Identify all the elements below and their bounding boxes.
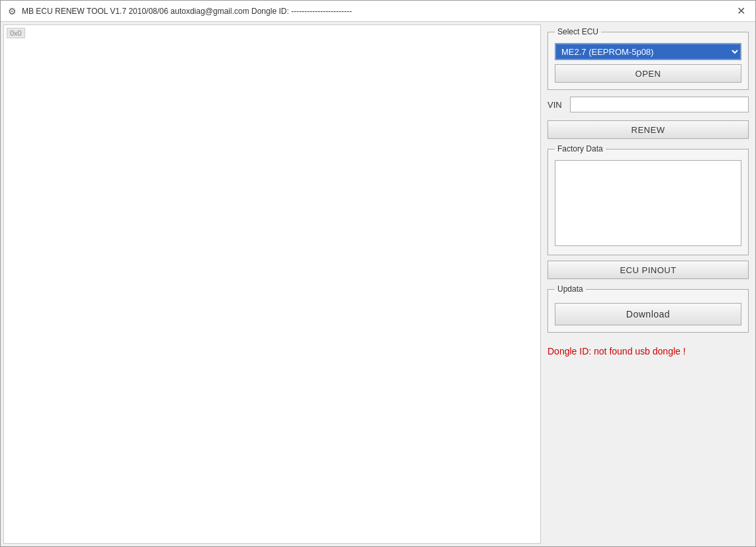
ecu-dropdown[interactable]: ME2.7 (EEPROM-5p08) (555, 43, 741, 60)
download-button[interactable]: Download (555, 303, 741, 325)
vin-input[interactable] (570, 97, 749, 112)
renew-button[interactable]: RENEW (547, 120, 749, 139)
right-panel: Select ECU ME2.7 (EEPROM-5p08) OPEN VIN … (542, 22, 755, 546)
factory-data-legend: Factory Data (555, 144, 606, 153)
select-ecu-section: Select ECU ME2.7 (EEPROM-5p08) OPEN (547, 27, 749, 90)
vin-label: VIN (547, 100, 566, 110)
select-ecu-legend: Select ECU (555, 27, 601, 36)
update-section: Updata Download (547, 284, 749, 333)
dongle-status-text: Dongle ID: not found usb dongle ! (547, 343, 749, 359)
factory-data-section: Factory Data (547, 144, 749, 255)
update-legend: Updata (555, 284, 586, 294)
ecu-pinout-button[interactable]: ECU PINOUT (547, 261, 749, 279)
renew-section: RENEW (547, 120, 749, 139)
close-button[interactable]: ✕ (732, 2, 750, 21)
open-button[interactable]: OPEN (555, 64, 741, 83)
main-content: 0x0 Select ECU ME2.7 (EEPROM-5p08) OPEN … (1, 22, 755, 546)
title-bar: ⚙ MB ECU RENEW TOOL V1.7 2010/08/06 auto… (1, 1, 755, 22)
vin-row: VIN (547, 97, 749, 112)
hex-offset-label: 0x0 (7, 28, 25, 38)
main-window: ⚙ MB ECU RENEW TOOL V1.7 2010/08/06 auto… (0, 0, 756, 547)
factory-data-textarea[interactable] (555, 160, 741, 246)
hex-editor-panel: 0x0 (3, 24, 541, 544)
title-bar-text: MB ECU RENEW TOOL V1.7 2010/08/06 autoxd… (22, 7, 732, 16)
ecu-select-row: ME2.7 (EEPROM-5p08) (555, 43, 741, 60)
app-icon: ⚙ (6, 5, 18, 17)
